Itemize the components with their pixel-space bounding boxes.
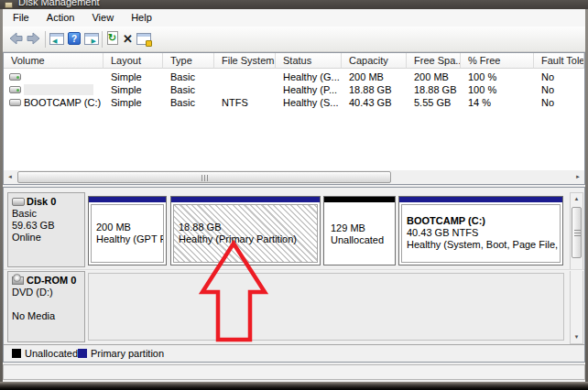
cell-type: Basic bbox=[163, 96, 214, 109]
scroll-left-icon[interactable]: ◄ bbox=[4, 170, 16, 184]
app-icon bbox=[5, 2, 13, 8]
table-row[interactable]: Simple Basic Healthy (P... 18.88 GB 18.8… bbox=[4, 83, 584, 96]
cell-pctfree: 100 % bbox=[461, 83, 534, 96]
scroll-right-icon[interactable]: ► bbox=[572, 170, 584, 184]
volume-icon bbox=[9, 86, 21, 93]
column-header-layout[interactable]: Layout bbox=[103, 53, 163, 69]
partition-status: Healthy (GPT Pro bbox=[96, 233, 164, 245]
menu-file[interactable]: File bbox=[5, 9, 37, 27]
cdrom-name: CD-ROM 0 bbox=[27, 275, 76, 286]
column-header-faulttolerance[interactable]: Fault Tole bbox=[534, 53, 584, 69]
column-header-capacity[interactable]: Capacity bbox=[342, 53, 407, 69]
toolbar: ◀ ? ▶ ↻ ✕ bbox=[3, 27, 585, 52]
volume-list-pane: Volume Layout Type File System Status Ca… bbox=[3, 52, 585, 185]
legend-primary-swatch bbox=[78, 349, 87, 358]
cell-filesystem bbox=[214, 70, 276, 83]
window-border-bottom bbox=[0, 382, 588, 390]
volume-icon bbox=[9, 73, 21, 81]
primary-partition-bar bbox=[171, 197, 320, 202]
column-header-freespace[interactable]: Free Spa... bbox=[407, 53, 461, 69]
cell-freespace: 18.88 GB bbox=[407, 83, 461, 96]
cell-type: Basic bbox=[163, 70, 214, 83]
cell-status: Healthy (S... bbox=[276, 96, 342, 109]
cell-capacity: 200 MB bbox=[342, 70, 407, 83]
show-console-tree-icon[interactable]: ◀ bbox=[49, 31, 67, 49]
table-row[interactable]: BOOTCAMP (C:) Simple Basic NTFS Healthy … bbox=[4, 96, 584, 109]
menu-bar: File Action View Help bbox=[3, 9, 585, 27]
vertical-scrollbar[interactable]: ▲ ▼ bbox=[570, 192, 583, 344]
show-action-pane-icon[interactable]: ▶ bbox=[84, 31, 102, 49]
back-icon[interactable] bbox=[7, 31, 25, 49]
column-header-type[interactable]: Type bbox=[163, 53, 214, 69]
disk0-label[interactable]: Disk 0 Basic 59.63 GB Online bbox=[7, 192, 85, 267]
disk0-status: Online bbox=[12, 232, 81, 244]
cell-capacity: 40.43 GB bbox=[342, 96, 407, 109]
partition-size: 40.43 GB NTFS bbox=[407, 227, 561, 239]
disk0-name: Disk 0 bbox=[27, 196, 56, 207]
cell-layout: Simple bbox=[103, 70, 163, 83]
cell-faulttolerance: No bbox=[534, 83, 584, 96]
window-border-left bbox=[0, 9, 3, 382]
graphical-view-pane: Disk 0 Basic 59.63 GB Online 200 MB Heal… bbox=[3, 187, 585, 363]
scroll-down-icon[interactable]: ▼ bbox=[571, 331, 583, 343]
scrollbar-thumb[interactable] bbox=[572, 207, 582, 258]
column-header-volume[interactable]: Volume bbox=[4, 53, 103, 69]
redacted-volume-name bbox=[24, 84, 93, 95]
cell-filesystem bbox=[214, 83, 276, 96]
disk-row-separator bbox=[4, 269, 584, 271]
disk0-type: Basic bbox=[12, 208, 81, 220]
cell-pctfree: 14 % bbox=[461, 96, 534, 109]
partition-bootcamp[interactable]: BOOTCAMP (C:) 40.43 GB NTFS Healthy (Sys… bbox=[398, 196, 563, 265]
legend-unallocated-swatch bbox=[12, 349, 21, 358]
partition-status: Healthy (Primary Partition) bbox=[179, 233, 297, 245]
disk-properties-icon[interactable] bbox=[136, 31, 154, 49]
partition-size: 18.88 GB bbox=[179, 222, 297, 233]
legend-unallocated-label: Unallocated bbox=[25, 348, 78, 360]
cell-pctfree: 100 % bbox=[461, 70, 534, 83]
help-icon[interactable]: ? bbox=[68, 31, 85, 49]
cell-status: Healthy (P... bbox=[276, 83, 342, 96]
cell-type: Basic bbox=[163, 83, 214, 96]
partition-status: Healthy (System, Boot, Page File, Activ bbox=[407, 239, 561, 251]
horizontal-scrollbar[interactable]: ◄ ► bbox=[4, 170, 584, 184]
menu-help[interactable]: Help bbox=[124, 9, 159, 27]
cell-layout: Simple bbox=[103, 96, 163, 109]
volume-icon bbox=[9, 99, 21, 106]
title-bar[interactable]: Disk Management bbox=[0, 0, 588, 9]
toolbar-separator bbox=[45, 31, 46, 48]
cell-filesystem: NTFS bbox=[214, 96, 276, 109]
table-row[interactable]: Simple Basic Healthy (G... 200 MB 200 MB… bbox=[4, 70, 584, 83]
partition-efi[interactable]: 200 MB Healthy (GPT Pro bbox=[88, 196, 167, 265]
unallocated-bar bbox=[324, 197, 395, 202]
partition-title: BOOTCAMP (C:) bbox=[407, 215, 561, 227]
column-header-pctfree[interactable]: % Free bbox=[461, 53, 534, 69]
cdrom-label[interactable]: CD-ROM 0 DVD (D:) No Media bbox=[7, 271, 85, 342]
primary-partition-bar bbox=[89, 197, 166, 202]
window-title: Disk Management bbox=[18, 0, 100, 7]
menu-view[interactable]: View bbox=[84, 9, 121, 27]
cdrom-drive-letter: DVD (D:) bbox=[12, 287, 81, 298]
partition-primary-selected[interactable]: 18.88 GB Healthy (Primary Partition) bbox=[170, 196, 321, 265]
menu-action[interactable]: Action bbox=[39, 9, 82, 27]
column-header-status[interactable]: Status bbox=[276, 53, 342, 69]
partition-unallocated[interactable]: 129 MB Unallocated bbox=[323, 196, 396, 265]
legend-primary-label: Primary partition bbox=[91, 348, 164, 360]
toolbar-separator bbox=[102, 31, 103, 48]
partition-status: Unallocated bbox=[331, 234, 384, 246]
cell-faulttolerance: No bbox=[534, 96, 584, 109]
disk-icon bbox=[12, 198, 25, 206]
cdrom-media-area[interactable] bbox=[88, 273, 564, 341]
cell-freespace: 5.55 GB bbox=[407, 96, 461, 109]
legend: Unallocated Primary partition bbox=[4, 344, 584, 362]
disk0-size: 59.63 GB bbox=[12, 220, 81, 232]
forward-icon[interactable] bbox=[26, 31, 43, 49]
cell-layout: Simple bbox=[103, 83, 163, 96]
cell-freespace: 200 MB bbox=[407, 70, 461, 83]
cdrom-icon bbox=[12, 276, 24, 285]
cell-faulttolerance: No bbox=[534, 70, 584, 83]
column-header-filesystem[interactable]: File System bbox=[214, 53, 276, 69]
partition-size: 129 MB bbox=[331, 222, 384, 234]
scroll-up-icon[interactable]: ▲ bbox=[571, 193, 583, 205]
scrollbar-thumb[interactable] bbox=[17, 171, 391, 183]
volume-name: BOOTCAMP (C:) bbox=[24, 96, 101, 109]
